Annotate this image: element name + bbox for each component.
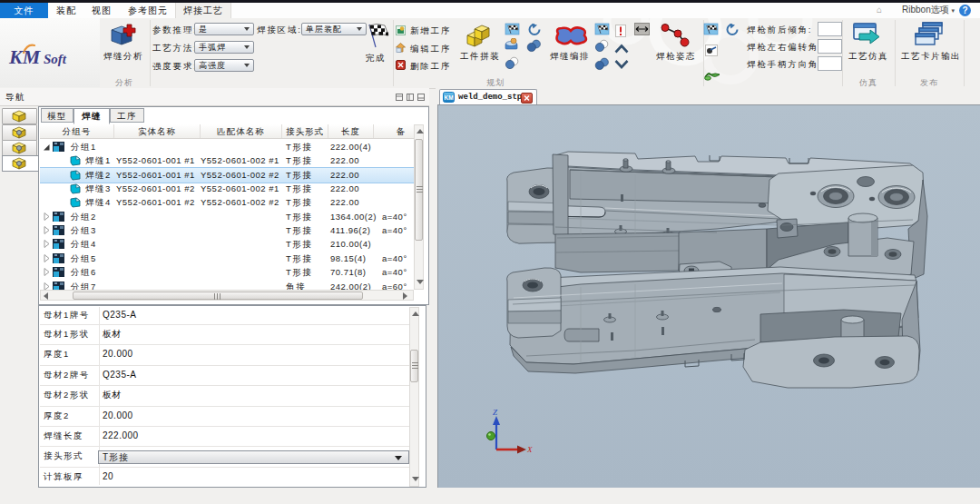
svg-text:KM: KM — [8, 45, 42, 68]
svg-text:X: X — [526, 445, 533, 454]
svg-text:Z: Z — [493, 408, 498, 417]
svg-text:KM: KM — [445, 94, 454, 101]
svg-text:Soft: Soft — [44, 52, 67, 66]
